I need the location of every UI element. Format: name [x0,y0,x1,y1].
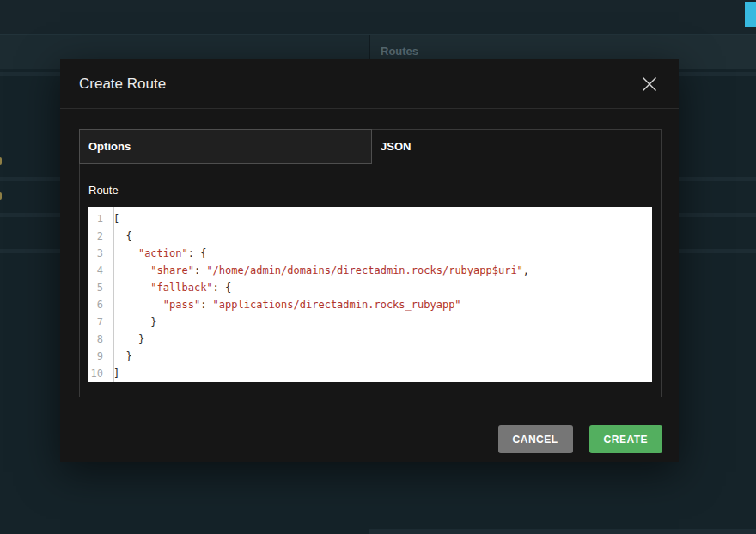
close-button[interactable] [639,74,660,94]
line-number: 2 [88,228,108,245]
code-line: 4 "share": "/home/admin/domains/directad… [88,262,652,279]
code-text: "pass": "applications/directadmin.rocks_… [108,296,461,313]
code-line: 6 "pass": "applications/directadmin.rock… [88,296,652,313]
create-route-modal: Create Route Options JSON Route 1[2 {3 "… [60,59,679,462]
route-code-editor[interactable]: 1[2 {3 "action": {4 "share": "/home/admi… [88,207,652,382]
modal-content-box: Options JSON Route 1[2 {3 "action": {4 "… [79,129,662,397]
code-text: { [108,228,132,245]
code-text: } [108,313,157,331]
code-line: 9 } [88,348,652,365]
navbar-accent-tile[interactable] [745,2,756,27]
code-line: 1[ [88,210,652,228]
modal-title: Create Route [79,76,166,93]
modal-footer: CANCEL CREATE [498,425,662,453]
code-text: } [108,348,132,365]
clipped-amber-marker [0,192,2,200]
code-line: 3 "action": { [88,245,652,262]
line-number: 9 [88,348,108,365]
line-number: 10 [88,365,108,382]
cancel-button[interactable]: CANCEL [498,425,573,453]
tab-options[interactable]: Options [79,129,372,164]
top-navbar [0,0,756,35]
tab-options-label: Options [88,140,131,153]
code-text: "fallback": { [108,279,231,296]
code-line: 5 "fallback": { [88,279,652,296]
code-text: "action": { [108,245,206,262]
modal-header: Create Route [60,59,679,109]
create-button[interactable]: CREATE [589,425,662,453]
line-number: 4 [88,262,108,279]
line-number: 1 [88,210,108,228]
line-number: 6 [88,296,108,313]
code-line: 10] [88,365,652,382]
tab-bar: Options JSON [80,130,661,164]
tab-json-label: JSON [381,140,411,153]
line-number: 7 [88,313,108,331]
line-number: 3 [88,245,108,262]
routes-panel-title: Routes [381,45,418,58]
code-line: 7 } [88,313,652,331]
code-line: 2 { [88,228,652,245]
background-row-stripe [369,529,756,534]
tab-json[interactable]: JSON [372,129,661,164]
line-number: 5 [88,279,108,296]
code-editor-lines: 1[2 {3 "action": {4 "share": "/home/admi… [88,210,652,382]
code-line: 8 } [88,331,652,348]
code-text: "share": "/home/admin/domains/directadmi… [108,262,529,279]
close-icon [640,75,659,94]
gutter-divider [113,207,114,382]
route-field-label: Route [88,184,661,197]
clipped-amber-marker [0,157,2,165]
line-number: 8 [88,331,108,348]
